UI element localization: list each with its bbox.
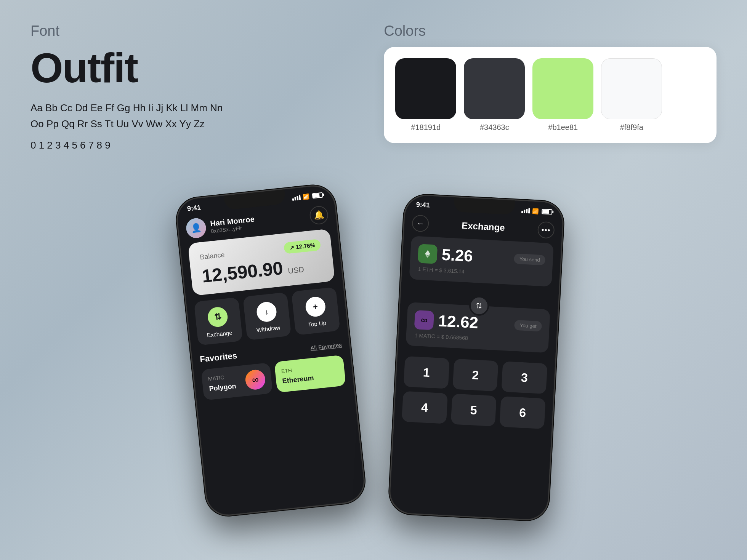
bell-button[interactable]: 🔔 [309,205,329,226]
num-btn-3[interactable]: 3 [502,361,548,394]
num-btn-5[interactable]: 5 [450,394,497,427]
num-btn-4[interactable]: 4 [402,391,448,424]
signal-bar-23 [526,209,528,213]
phone2-content: ← Exchange ••• 5.26 You sen [394,208,563,429]
phones-section: 9:41 📶 � [0,174,747,517]
color-hex-darkgray: #34363c [480,123,509,132]
color-swatch-light [601,58,662,119]
battery-icon-1 [312,192,323,198]
favorites-section: Favorites All Favorites MATIC Polygon ∞ … [199,340,346,400]
eth-name: Ethereum [282,371,339,385]
signal-bar-24 [528,208,530,213]
colors-section: Colors #18191d #34363c #b1ee81 #f8f9fa [384,23,717,151]
color-swatch-darkgray [464,58,525,119]
signal-bar-1 [292,198,294,200]
withdraw-label: Withdraw [256,324,281,333]
font-numbers: 0 1 2 3 4 5 6 7 8 9 [30,139,308,151]
wifi-icon-1: 📶 [303,193,310,200]
phone-exchange: 9:41 📶 ← [388,194,564,522]
to-amount: 12.62 [438,312,511,334]
signal-bar-3 [297,196,298,200]
num-btn-1[interactable]: 1 [404,356,450,389]
signal-bars-1 [292,194,301,200]
balance-label: Balance [199,251,225,261]
color-hex-dark: #18191d [411,123,441,132]
user-details: Hari Monroe 0xb3Sx...yFir [210,214,255,234]
topup-icon: + [305,296,326,318]
font-alphabet: Aa Bb Cc Dd Ee Ff Gg Hh Ii Jj Kk Ll Mm N… [30,100,308,132]
font-section: Font Outfit Aa Bb Cc Dd Ee Ff Gg Hh Ii J… [30,23,308,151]
font-label: Font [30,23,308,39]
user-info: 👤 Hari Monroe 0xb3Sx...yFir [185,212,256,239]
phone-wallet-screen: 9:41 📶 � [176,184,366,517]
color-hex-light: #f8f9fa [620,123,643,132]
battery-fill-2 [542,210,549,214]
signal-bar-22 [524,210,525,213]
fav-polygon[interactable]: MATIC Polygon ∞ [201,363,273,400]
color-item-green: #b1ee81 [532,58,593,132]
back-button[interactable]: ← [412,214,429,232]
matic-icon: ∞ [414,310,434,330]
phone-exchange-screen: 9:41 📶 ← [389,195,563,520]
status-time-2: 9:41 [416,201,430,210]
fav-ethereum[interactable]: ETH Ethereum [274,355,346,393]
battery-fill-1 [313,193,320,198]
signal-bars-2 [521,208,530,213]
color-hex-green: #b1ee81 [548,123,578,132]
colors-card: #18191d #34363c #b1ee81 #f8f9fa [384,47,717,143]
more-button[interactable]: ••• [537,221,555,239]
battery-icon-2 [542,209,553,214]
balance-amount: 12,590.90 [201,258,284,286]
exchange-from-card: 5.26 You send 1 ETH = $ 3,615.14 [409,236,553,286]
status-time-1: 9:41 [187,203,201,213]
you-get-badge: You get [514,320,542,331]
exchange-icon: ⇅ [207,306,229,328]
eth-icon [418,244,438,264]
num-btn-2[interactable]: 2 [452,359,499,392]
favorites-title: Favorites [199,351,237,365]
phone-wallet: 9:41 📶 � [174,183,367,518]
top-section: Font Outfit Aa Bb Cc Dd Ee Ff Gg Hh Ii J… [0,0,747,166]
signal-bar-2 [294,197,296,200]
num-btn-6[interactable]: 6 [500,396,546,429]
status-icons-2: 📶 [521,207,553,215]
balance-badge: ↗ 12.76% [284,239,321,254]
signal-bar-21 [521,211,523,213]
withdraw-button[interactable]: ↓ Withdraw [243,292,292,341]
topup-label: Top Up [308,320,327,328]
wifi-icon-2: 📶 [532,208,539,214]
exchange-label: Exchange [207,330,232,339]
avatar: 👤 [185,217,207,239]
colors-label: Colors [384,23,717,39]
from-amount: 5.26 [441,246,510,267]
balance-currency: USD [287,265,304,275]
color-swatch-green [532,58,593,119]
numpad: 1 2 3 4 5 6 [402,356,547,429]
topup-button[interactable]: + Top Up [292,287,340,336]
exchange-button[interactable]: ⇅ Exchange [194,297,243,346]
action-buttons: ⇅ Exchange ↓ Withdraw + Top Up [194,287,340,346]
color-item-light: #f8f9fa [601,58,662,132]
color-item-dark: #18191d [395,58,456,132]
font-name: Outfit [30,47,308,89]
withdraw-icon: ↓ [256,301,277,323]
you-send-badge: You send [514,253,545,265]
color-swatch-dark [395,58,456,119]
all-favorites-link[interactable]: All Favorites [310,341,342,351]
signal-bar-4 [299,194,301,200]
exchange-from-row: 5.26 You send [418,244,546,269]
exchange-title: Exchange [462,220,505,233]
phone1-content: 👤 Hari Monroe 0xb3Sx...yFir 🔔 Balance ↗ … [177,198,353,402]
color-item-darkgray: #34363c [464,58,525,132]
